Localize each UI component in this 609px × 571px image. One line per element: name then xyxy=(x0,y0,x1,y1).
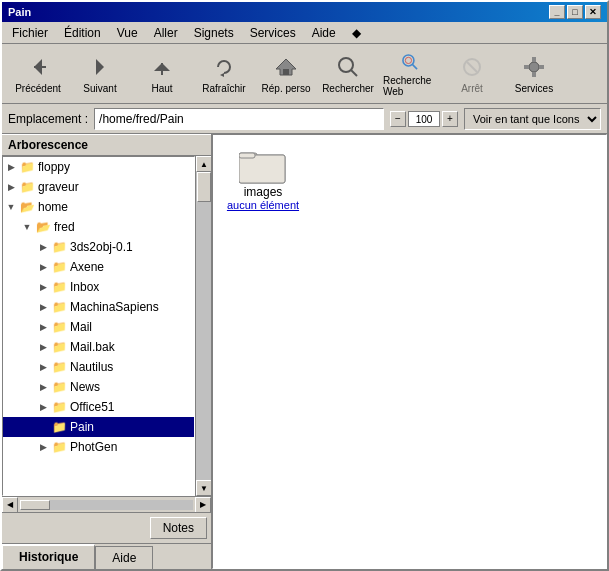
label-floppy: floppy xyxy=(38,160,70,174)
search-icon xyxy=(334,53,362,81)
folder-icon-nautilus: 📁 xyxy=(51,359,67,375)
folder-icon-floppy: 📁 xyxy=(19,159,35,175)
label-nautilus: Nautilus xyxy=(70,360,113,374)
folder-icon-news: 📁 xyxy=(51,379,67,395)
search-button[interactable]: Rechercher xyxy=(318,48,378,100)
tree-scrollbar-v: ▲ ▼ xyxy=(195,156,211,496)
toggle-graveur[interactable]: ▶ xyxy=(3,179,19,195)
tree-item-pain[interactable]: 📁 Pain xyxy=(3,417,194,437)
scroll-down-button[interactable]: ▼ xyxy=(196,480,211,496)
menu-vue[interactable]: Vue xyxy=(111,24,144,42)
label-photgen: PhotGen xyxy=(70,440,117,454)
next-button[interactable]: Suivant xyxy=(70,48,130,100)
scroll-left-button[interactable]: ◀ xyxy=(2,497,18,513)
websearch-button[interactable]: Recherche Web xyxy=(380,48,440,100)
home-button[interactable]: Rép. perso xyxy=(256,48,316,100)
window-title: Pain xyxy=(8,6,31,18)
scroll-thumb-h[interactable] xyxy=(20,500,50,510)
label-news: News xyxy=(70,380,100,394)
up-label: Haut xyxy=(151,83,172,94)
close-button[interactable]: ✕ xyxy=(585,5,601,19)
menu-fichier[interactable]: Fichier xyxy=(6,24,54,42)
toggle-pain[interactable] xyxy=(35,419,51,435)
tree-item-office51[interactable]: ▶ 📁 Office51 xyxy=(3,397,194,417)
svg-rect-19 xyxy=(539,65,544,69)
tree-item-mailbak[interactable]: ▶ 📁 Mail.bak xyxy=(3,337,194,357)
toggle-3ds2obj[interactable]: ▶ xyxy=(35,239,51,255)
toggle-mail[interactable]: ▶ xyxy=(35,319,51,335)
label-pain: Pain xyxy=(70,420,94,434)
tree-scrollbar-h: ◀ ▶ xyxy=(2,496,211,512)
tree-item-fred[interactable]: ▼ 📂 fred xyxy=(3,217,194,237)
zoom-controls: − 100 + xyxy=(390,111,458,127)
toggle-mailbak[interactable]: ▶ xyxy=(35,339,51,355)
websearch-label: Recherche Web xyxy=(383,75,437,97)
minimize-button[interactable]: _ xyxy=(549,5,565,19)
tree-item-axene[interactable]: ▶ 📁 Axene xyxy=(3,257,194,277)
tree-item-machina[interactable]: ▶ 📁 MachinaSapiens xyxy=(3,297,194,317)
svg-point-15 xyxy=(529,62,539,72)
menu-signets[interactable]: Signets xyxy=(188,24,240,42)
toggle-machina[interactable]: ▶ xyxy=(35,299,51,315)
label-office51: Office51 xyxy=(70,400,114,414)
arrow-up-icon xyxy=(148,53,176,81)
menu-services[interactable]: Services xyxy=(244,24,302,42)
svg-rect-7 xyxy=(283,69,289,75)
scroll-up-button[interactable]: ▲ xyxy=(196,156,211,172)
tree-item-nautilus[interactable]: ▶ 📁 Nautilus xyxy=(3,357,194,377)
toggle-office51[interactable]: ▶ xyxy=(35,399,51,415)
tree-item-3ds2obj[interactable]: ▶ 📁 3ds2obj-0.1 xyxy=(3,237,194,257)
view-dropdown[interactable]: Voir en tant que Icons xyxy=(464,108,601,130)
sidebar-header: Arborescence xyxy=(2,134,211,156)
toggle-fred[interactable]: ▼ xyxy=(19,219,35,235)
location-input[interactable] xyxy=(94,108,384,130)
zoom-out-button[interactable]: − xyxy=(390,111,406,127)
tree-item-home[interactable]: ▼ 📂 home xyxy=(3,197,194,217)
folder-icon-3ds2obj: 📁 xyxy=(51,239,67,255)
toggle-inbox[interactable]: ▶ xyxy=(35,279,51,295)
toggle-floppy[interactable]: ▶ xyxy=(3,159,19,175)
menu-aide[interactable]: Aide xyxy=(306,24,342,42)
tree-item-floppy[interactable]: ▶ 📁 floppy xyxy=(3,157,194,177)
tab-historique[interactable]: Historique xyxy=(2,544,95,569)
svg-marker-2 xyxy=(96,59,104,75)
toggle-axene[interactable]: ▶ xyxy=(35,259,51,275)
menu-diamond[interactable]: ◆ xyxy=(346,24,367,42)
menu-aller[interactable]: Aller xyxy=(148,24,184,42)
tree-area[interactable]: ▶ 📁 floppy ▶ 📁 graveur ▼ 📂 home xyxy=(2,156,195,496)
stop-button[interactable]: Arrêt xyxy=(442,48,502,100)
notes-button[interactable]: Notes xyxy=(150,517,207,539)
main-window: Pain _ □ ✕ Fichier Édition Vue Aller Sig… xyxy=(0,0,609,571)
label-graveur: graveur xyxy=(38,180,79,194)
tree-item-news[interactable]: ▶ 📁 News xyxy=(3,377,194,397)
main-content: images aucun élément xyxy=(212,134,607,569)
toggle-nautilus[interactable]: ▶ xyxy=(35,359,51,375)
services-button[interactable]: Services xyxy=(504,48,564,100)
folder-icon-mail: 📁 xyxy=(51,319,67,335)
toggle-home[interactable]: ▼ xyxy=(3,199,19,215)
label-mail: Mail xyxy=(70,320,92,334)
tree-item-graveur[interactable]: ▶ 📁 graveur xyxy=(3,177,194,197)
prev-button[interactable]: Précédent xyxy=(8,48,68,100)
folder-icon-office51: 📁 xyxy=(51,399,67,415)
tree-item-photgen[interactable]: ▶ 📁 PhotGen xyxy=(3,437,194,457)
home-label: Rép. perso xyxy=(262,83,311,94)
refresh-button[interactable]: Rafraîchir xyxy=(194,48,254,100)
tree-item-mail[interactable]: ▶ 📁 Mail xyxy=(3,317,194,337)
zoom-in-button[interactable]: + xyxy=(442,111,458,127)
toggle-news[interactable]: ▶ xyxy=(35,379,51,395)
tree-item-inbox[interactable]: ▶ 📁 Inbox xyxy=(3,277,194,297)
scroll-right-button[interactable]: ▶ xyxy=(195,497,211,513)
toolbar: Précédent Suivant Haut Rafraîchir xyxy=(2,44,607,104)
scroll-thumb-v[interactable] xyxy=(197,172,211,202)
title-controls: _ □ ✕ xyxy=(549,5,601,19)
folder-item-images[interactable]: images aucun élément xyxy=(223,145,303,211)
tab-aide[interactable]: Aide xyxy=(95,546,153,569)
toggle-photgen[interactable]: ▶ xyxy=(35,439,51,455)
maximize-button[interactable]: □ xyxy=(567,5,583,19)
up-button[interactable]: Haut xyxy=(132,48,192,100)
stop-icon xyxy=(458,53,486,81)
menu-edition[interactable]: Édition xyxy=(58,24,107,42)
sidebar: Arborescence ▶ 📁 floppy ▶ 📁 graveur xyxy=(2,134,212,569)
svg-point-10 xyxy=(403,54,414,65)
